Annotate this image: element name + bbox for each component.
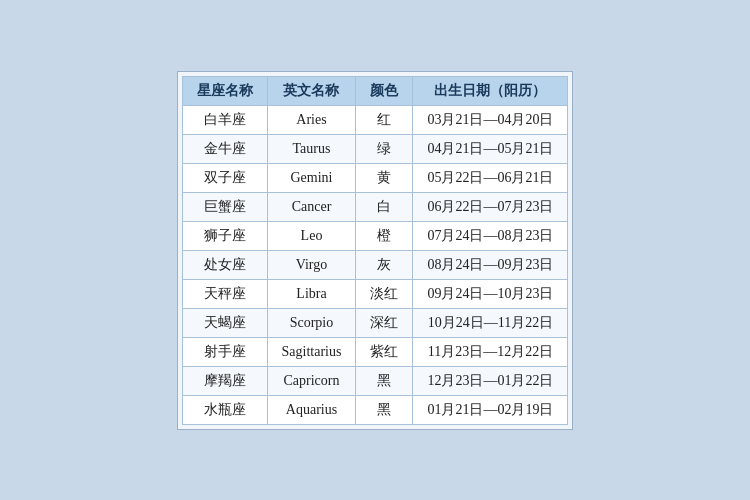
table-cell: 06月22日—07月23日 [413,192,568,221]
table-cell: 红 [356,105,413,134]
table-row: 摩羯座Capricorn黑12月23日—01月22日 [182,366,568,395]
table-cell: 03月21日—04月20日 [413,105,568,134]
table-cell: 射手座 [182,337,267,366]
table-cell: 黑 [356,366,413,395]
table-cell: 11月23日—12月22日 [413,337,568,366]
table-row: 巨蟹座Cancer白06月22日—07月23日 [182,192,568,221]
table-cell: 08月24日—09月23日 [413,250,568,279]
table-cell: 金牛座 [182,134,267,163]
table-wrapper: 星座名称英文名称颜色出生日期（阳历） 白羊座Aries红03月21日—04月20… [177,71,574,430]
table-row: 狮子座Leo橙07月24日—08月23日 [182,221,568,250]
table-cell: Virgo [267,250,356,279]
table-cell: 橙 [356,221,413,250]
table-cell: 淡红 [356,279,413,308]
table-row: 射手座Sagittarius紫红11月23日—12月22日 [182,337,568,366]
table-cell: Leo [267,221,356,250]
table-cell: Aquarius [267,395,356,424]
table-cell: 04月21日—05月21日 [413,134,568,163]
table-row: 天蝎座Scorpio深红10月24日—11月22日 [182,308,568,337]
table-cell: 天蝎座 [182,308,267,337]
table-cell: Libra [267,279,356,308]
table-cell: 深红 [356,308,413,337]
column-header: 颜色 [356,76,413,105]
column-header: 星座名称 [182,76,267,105]
table-cell: 黑 [356,395,413,424]
table-cell: 天秤座 [182,279,267,308]
table-cell: 白羊座 [182,105,267,134]
table-cell: Taurus [267,134,356,163]
table-cell: 09月24日—10月23日 [413,279,568,308]
table-cell: Aries [267,105,356,134]
table-row: 金牛座Taurus绿04月21日—05月21日 [182,134,568,163]
table-cell: 07月24日—08月23日 [413,221,568,250]
table-cell: 黄 [356,163,413,192]
table-row: 天秤座Libra淡红09月24日—10月23日 [182,279,568,308]
table-cell: Sagittarius [267,337,356,366]
table-cell: 水瓶座 [182,395,267,424]
zodiac-table: 星座名称英文名称颜色出生日期（阳历） 白羊座Aries红03月21日—04月20… [182,76,569,425]
table-row: 处女座Virgo灰08月24日—09月23日 [182,250,568,279]
table-row: 双子座Gemini黄05月22日—06月21日 [182,163,568,192]
table-cell: Cancer [267,192,356,221]
column-header: 出生日期（阳历） [413,76,568,105]
table-cell: Gemini [267,163,356,192]
table-cell: 绿 [356,134,413,163]
table-cell: 10月24日—11月22日 [413,308,568,337]
table-cell: 01月21日—02月19日 [413,395,568,424]
table-header-row: 星座名称英文名称颜色出生日期（阳历） [182,76,568,105]
table-cell: 05月22日—06月21日 [413,163,568,192]
table-cell: 灰 [356,250,413,279]
table-cell: 狮子座 [182,221,267,250]
table-cell: 摩羯座 [182,366,267,395]
table-cell: 双子座 [182,163,267,192]
table-cell: 巨蟹座 [182,192,267,221]
table-row: 水瓶座Aquarius黑01月21日—02月19日 [182,395,568,424]
table-row: 白羊座Aries红03月21日—04月20日 [182,105,568,134]
table-cell: 白 [356,192,413,221]
table-cell: 12月23日—01月22日 [413,366,568,395]
table-cell: Scorpio [267,308,356,337]
column-header: 英文名称 [267,76,356,105]
table-cell: 处女座 [182,250,267,279]
table-cell: Capricorn [267,366,356,395]
table-body: 白羊座Aries红03月21日—04月20日金牛座Taurus绿04月21日—0… [182,105,568,424]
table-cell: 紫红 [356,337,413,366]
